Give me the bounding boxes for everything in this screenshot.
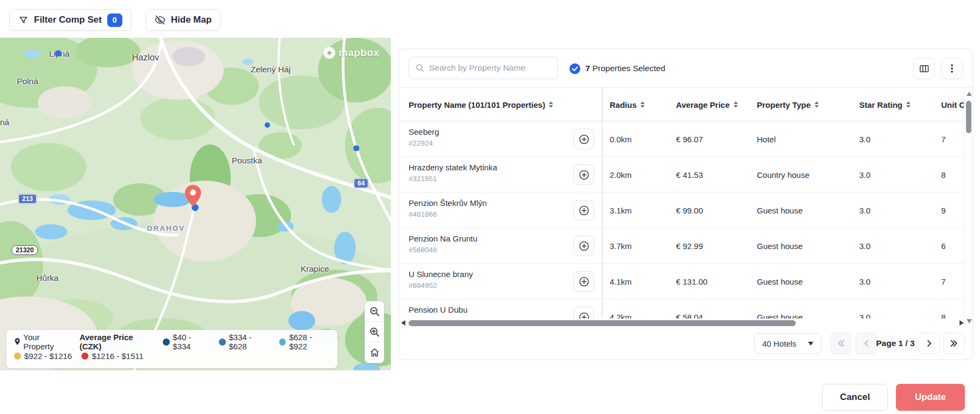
scroll-left-arrow-icon[interactable] [401,320,405,326]
property-search-box[interactable] [409,57,558,79]
vertical-scrollbar-thumb[interactable] [966,101,971,133]
eye-off-icon [155,15,165,25]
add-property-button[interactable] [574,307,594,319]
next-page-button[interactable] [919,333,940,354]
map-label-polna: Polná [17,77,38,86]
property-type-cell: Hotel [757,121,776,157]
column-settings-button[interactable] [913,58,935,79]
legend-bin-label: $40 - $334 [173,333,210,351]
legend-bin: $40 - $334 [163,333,209,351]
vertical-scrollbar[interactable] [964,88,973,327]
first-page-button[interactable] [830,333,852,354]
table-header-row: Property Name (101/101 Properties) Radiu… [399,88,964,121]
more-options-button[interactable] [941,58,963,79]
legend-dot-icon [14,353,21,360]
table-row[interactable]: Seeberg #22924 0.0km € 96.07 Hotel 3.0 7 [399,121,964,157]
column-header-property-name[interactable]: Property Name (101/101 Properties) [409,88,553,121]
scroll-down-arrow-icon[interactable] [967,319,972,323]
legend-bin-label: $1216 - $1511 [92,351,143,361]
property-map-dot[interactable] [354,146,360,151]
map-label-krapice: Krapice [301,264,329,274]
funnel-icon [18,15,29,25]
map-canvas[interactable]: Lipná Hazlov Zelený Háj Polná ná Poustka… [0,38,391,370]
legend-bin-label: $334 - $628 [229,333,270,351]
add-property-button[interactable] [574,164,594,185]
add-property-button[interactable] [574,200,594,220]
property-type-cell: Guest house [757,264,803,299]
property-type-cell: Guest house [757,192,803,228]
selected-count: 7 [585,64,590,73]
zoom-in-icon [369,327,380,337]
property-name: Seeberg [409,127,439,136]
column-header-star-rating[interactable]: Star Rating [859,88,910,121]
horizontal-scrollbar[interactable] [401,319,964,327]
zoom-in-button[interactable] [365,322,384,342]
legend-dot-icon [163,339,169,346]
star-rating-cell: 3.0 [859,299,871,319]
property-id: #884952 [409,281,437,289]
unit-count-cell: 9 [941,192,946,228]
column-header-label: Radius [610,100,637,109]
star-rating-cell: 3.0 [859,192,871,228]
zoom-out-button[interactable] [365,301,384,322]
comp-set-modal: Filter Comp Set 0 Hide Map [0,0,980,414]
columns-icon [919,63,930,74]
add-property-button[interactable] [574,271,594,292]
last-page-button[interactable] [943,333,965,354]
star-rating-cell: 3.0 [859,157,871,192]
property-name: U Slunecne brany [409,270,473,279]
property-name: Penzion Štekrův Mlýn [409,198,487,208]
selected-properties-indicator: 7 Properties Selected [569,49,665,88]
plus-circle-icon [578,312,590,319]
average-price-cell: € 41.53 [676,157,703,192]
add-property-button[interactable] [574,129,594,149]
page-size-select[interactable]: 40 Hotels [754,333,822,354]
map-label-partial: ná [0,118,9,127]
mapbox-wordmark: mapbox [339,47,379,59]
unit-count-cell: 8 [941,157,946,192]
kebab-menu-icon [947,63,957,74]
average-price-cell: € 96.07 [676,121,703,157]
average-price-cell: € 58.04 [676,299,703,319]
hide-map-button[interactable]: Hide Map [146,9,221,31]
scroll-up-arrow-icon[interactable] [967,92,972,96]
radius-cell: 2.0km [610,157,632,192]
property-id: #568048 [409,246,437,254]
map-label-drahov: DRAHOV [147,224,185,232]
legend-dot-icon [279,339,286,346]
table-row[interactable]: Penzion Štekrův Mlýn #481866 3.1km € 99.… [399,192,964,228]
map-controls [364,301,384,363]
star-rating-cell: 3.0 [859,228,871,264]
filter-comp-set-button[interactable]: Filter Comp Set 0 [9,9,132,31]
legend-your-property-label: Your Property [23,333,70,351]
average-price-cell: € 131.00 [676,264,707,299]
legend-bin: $922 - $1216 [14,351,72,361]
property-type-cell: Guest house [757,228,803,264]
update-button[interactable]: Update [896,384,965,411]
property-map-dot[interactable] [265,122,270,128]
scroll-right-arrow-icon[interactable] [960,320,964,326]
column-header-label: Star Rating [859,100,902,109]
column-header-radius[interactable]: Radius [610,88,645,121]
reset-view-button[interactable] [365,342,384,363]
table-row[interactable]: Pension U Dubu 4.2km € 58.04 Guest house… [399,299,964,319]
table-row[interactable]: Penzion Na Gruntu #568048 3.7km € 92.99 … [399,228,964,264]
road-shield-21320: 21320 [11,245,38,255]
selected-label: Properties Selected [592,64,665,73]
cancel-button[interactable]: Cancel [822,384,888,411]
property-name: Hrazdeny statek Mytinka [409,163,497,172]
your-property-pin-icon[interactable] [184,184,202,208]
add-property-button[interactable] [574,236,594,256]
panel-header: 7 Properties Selected [399,49,972,88]
radius-cell: 0.0km [610,121,632,157]
column-header-unit-count[interactable]: Unit C [941,88,964,121]
property-map-dot[interactable] [55,50,61,57]
table-row[interactable]: Hrazdeny statek Mytinka #321951 2.0km € … [399,157,964,192]
property-search-input[interactable] [429,63,551,73]
horizontal-scrollbar-thumb[interactable] [409,320,796,326]
column-header-average-price[interactable]: Average Price [676,88,738,121]
chevron-left-icon [861,338,872,349]
column-header-label: Average Price [676,100,730,109]
table-row[interactable]: U Slunecne brany #884952 4.1km € 131.00 … [399,264,964,299]
column-header-property-type[interactable]: Property Type [757,88,819,121]
